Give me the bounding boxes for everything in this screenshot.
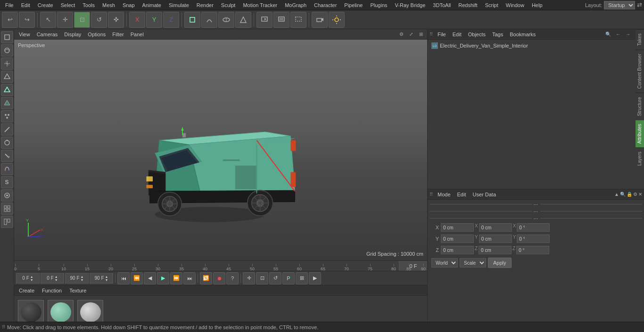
perspective-vp-button[interactable]: P (282, 272, 295, 284)
attr-x-scale-field[interactable]: 0 ° (517, 223, 550, 232)
menu-help[interactable]: Help (528, 1, 546, 9)
menu-snap[interactable]: Snap (119, 1, 138, 9)
loop-button[interactable]: 🔁 (200, 272, 212, 284)
knife-tool-button[interactable] (1, 150, 13, 162)
transform-tool-button[interactable]: ✜ (108, 12, 124, 28)
move-vp-button[interactable]: ✛ (243, 272, 255, 284)
menu-3dtoall[interactable]: 3DToAll (429, 1, 454, 9)
menu-simulate[interactable]: Simulate (165, 1, 192, 9)
menu-tools[interactable]: Tools (79, 1, 98, 9)
attr-close-icon[interactable]: ✕ (638, 192, 642, 197)
select-tool-button[interactable]: ↖ (40, 12, 56, 28)
step-back-button[interactable]: ⏪ (131, 272, 143, 284)
menu-script[interactable]: Script (482, 1, 502, 9)
attr-arrow-up-icon[interactable]: ▲ (614, 192, 619, 197)
attr-y-scale-field[interactable]: 0 ° (517, 235, 550, 243)
menu-sculpt[interactable]: Sculpt (218, 1, 239, 9)
render-active-button[interactable] (273, 12, 289, 28)
brush-button[interactable] (1, 189, 13, 202)
om-item-van[interactable]: L0 Electric_Delivery_Van_Simple_Interior (429, 41, 642, 50)
end-frame-field2[interactable]: 90 F ▲▼ (90, 273, 113, 283)
redo-button[interactable]: ↪ (19, 12, 35, 28)
mat-menu-create[interactable]: Create (16, 287, 37, 294)
om-search-icon[interactable]: 🔍 (604, 30, 612, 39)
om-forward-icon[interactable]: → (624, 30, 632, 39)
attr-y-rot-field[interactable]: 0 cm (479, 235, 512, 243)
extra-button[interactable] (1, 216, 13, 228)
nurbs-button[interactable] (218, 12, 234, 28)
move-tool-button[interactable]: ✛ (57, 12, 73, 28)
attr-x-rot-field[interactable]: 0 cm (479, 223, 512, 232)
model-mode-button[interactable] (1, 31, 13, 43)
om-menu-bookmarks[interactable]: Bookmarks (507, 31, 538, 38)
play-button[interactable]: ▶ (157, 272, 169, 284)
attr-search-icon[interactable]: 🔍 (620, 192, 626, 197)
start-frame-field[interactable]: 0 F ▲▼ (16, 273, 40, 283)
om-back-icon[interactable]: ← (614, 30, 622, 39)
point-mode-button[interactable] (1, 110, 13, 122)
magnet-button[interactable] (1, 163, 13, 175)
tab-layers[interactable]: Layers (636, 147, 644, 170)
go-to-end-button[interactable]: ⏭ (183, 272, 196, 284)
deformer-button[interactable] (235, 12, 251, 28)
world-select[interactable]: World (431, 258, 458, 267)
om-menu-tags[interactable]: Tags (489, 31, 506, 38)
menu-create[interactable]: Create (34, 1, 57, 9)
play-backward-button[interactable]: ◀ (144, 272, 156, 284)
curve-button[interactable] (201, 12, 217, 28)
frame-all-button[interactable]: ↺ (269, 272, 281, 284)
x-axis-button[interactable]: X (129, 12, 145, 28)
vp-menu-display[interactable]: Display (61, 31, 84, 38)
attr-lock-icon[interactable]: 🔒 (627, 192, 632, 197)
tab-takes[interactable]: Takes (636, 29, 644, 49)
grid2-button[interactable] (1, 202, 13, 215)
edge-mode-button[interactable] (1, 84, 13, 96)
cube-button[interactable] (184, 12, 200, 28)
menu-pipeline[interactable]: Pipeline (341, 1, 366, 9)
loop-select-button[interactable] (1, 137, 13, 149)
current-frame-field[interactable]: 0 F ▲▼ (41, 273, 64, 283)
attr-menu-mode[interactable]: Mode (435, 191, 454, 198)
menu-vray[interactable]: V-Ray Bridge (392, 1, 429, 9)
menu-redshift[interactable]: Redshift (455, 1, 480, 9)
vp-icon-settings[interactable]: ⚙ (397, 30, 405, 39)
menu-select[interactable]: Select (58, 1, 79, 9)
vp-menu-options[interactable]: Options (85, 31, 108, 38)
menu-window[interactable]: Window (503, 1, 528, 9)
s-button[interactable]: S (1, 176, 13, 188)
vp-menu-cameras[interactable]: Cameras (34, 31, 61, 38)
vp-menu-filter[interactable]: Filter (109, 31, 126, 38)
edge-select-button[interactable] (1, 123, 13, 136)
vp-menu-view[interactable]: View (16, 31, 33, 38)
camera-button[interactable] (312, 12, 328, 28)
attr-settings-icon[interactable]: ⚙ (633, 192, 637, 197)
render-preview-button[interactable] (256, 12, 272, 28)
attr-z-rot-field[interactable]: 0 cm (479, 246, 512, 254)
om-menu-file[interactable]: File (435, 31, 449, 38)
menu-mesh[interactable]: Mesh (99, 1, 118, 9)
vp-icon-expand[interactable]: ⤢ (407, 30, 415, 39)
menu-plugins[interactable]: Plugins (367, 1, 390, 9)
scale-select[interactable]: Scale (460, 258, 486, 267)
om-menu-edit[interactable]: Edit (450, 31, 464, 38)
scale-tool-button[interactable]: ⊡ (74, 12, 90, 28)
y-axis-button[interactable]: Y (146, 12, 162, 28)
layout-select[interactable]: Startup (604, 1, 635, 9)
timeline-ruler[interactable]: 0 5 10 15 20 25 30 35 40 45 50 55 60 65 … (14, 261, 399, 271)
step-forward-button[interactable]: ⏩ (170, 272, 182, 284)
rotate-tool-button[interactable]: ↺ (91, 12, 107, 28)
attr-z-scale-field[interactable]: 0 ° (516, 246, 549, 254)
viewport-3d[interactable]: Perspective X Y Z Grid Spacing : 10000 c… (14, 40, 427, 260)
attr-menu-userdata[interactable]: User Data (470, 191, 499, 198)
tab-attributes[interactable]: Attributes (636, 120, 644, 147)
render-region-button[interactable] (290, 12, 306, 28)
mat-menu-texture[interactable]: Texture (66, 287, 89, 294)
polygon-mode-button[interactable] (1, 97, 13, 109)
z-axis-button[interactable]: Z (163, 12, 179, 28)
grid-mode-button[interactable] (1, 57, 13, 70)
object-mode-button[interactable] (1, 71, 13, 83)
menu-render[interactable]: Render (193, 1, 217, 9)
om-menu-objects[interactable]: Objects (465, 31, 488, 38)
menu-edit[interactable]: Edit (18, 1, 33, 9)
light-button[interactable] (329, 12, 345, 28)
